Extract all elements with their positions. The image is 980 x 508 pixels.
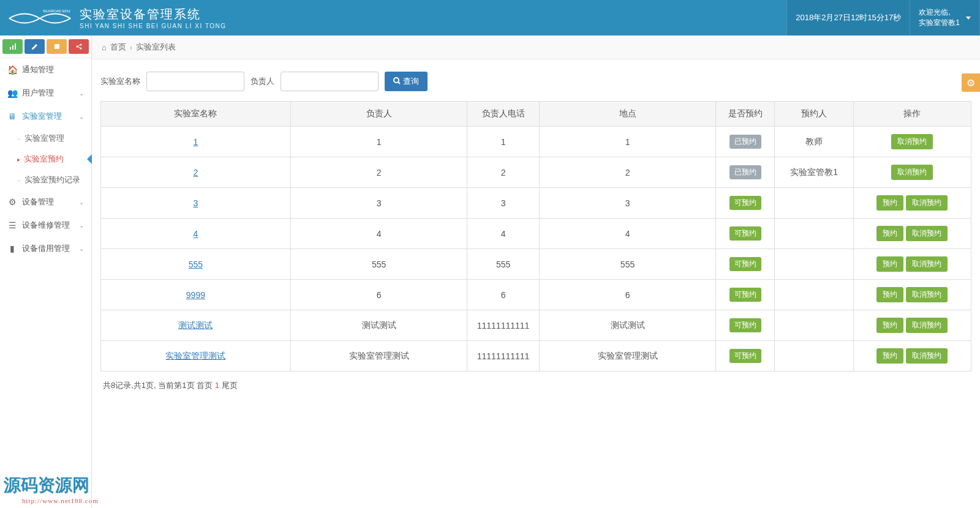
svg-line-11: [398, 82, 400, 84]
reserve-button[interactable]: 预约: [876, 256, 903, 272]
query-button[interactable]: 查询: [385, 72, 428, 91]
nav-item-0[interactable]: 🏠通知管理: [0, 58, 91, 81]
cell-reserver: [775, 249, 853, 280]
quick-share-button[interactable]: [69, 39, 89, 54]
cell-person: 2: [290, 157, 467, 188]
cancel-reserve-button[interactable]: 取消预约: [906, 226, 948, 241]
username-text: 实验室管教1: [919, 18, 960, 28]
filter-label-name: 实验室名称: [100, 76, 140, 87]
table-row: 测试测试 测试测试 11111111111 测试测试 可预约 预约取消预约: [101, 310, 971, 341]
cell-phone: 4: [467, 219, 540, 249]
cell-location: 555: [539, 249, 715, 280]
cancel-reserve-button[interactable]: 取消预约: [891, 165, 933, 180]
nav-item-3[interactable]: ⚙设备管理⌄: [0, 190, 91, 214]
chevron-down-icon: ⌄: [79, 222, 84, 229]
top-header: SILKROAD EDU 实验室设备管理系统 SHI YAN SHI SHE B…: [0, 0, 980, 35]
filter-bar: 实验室名称 负责人 查询: [100, 72, 971, 91]
nav-label: 用户管理: [22, 88, 74, 99]
dash-icon: –: [17, 177, 21, 184]
user-menu[interactable]: 欢迎光临, 实验室管教1: [910, 0, 980, 35]
svg-rect-1: [10, 47, 11, 50]
filter-label-person: 负责人: [251, 76, 274, 87]
nav-label: 设备借用管理: [22, 243, 74, 254]
nav-sub-item-2-2[interactable]: –实验室预约记录: [0, 170, 91, 190]
svg-point-10: [394, 78, 399, 83]
chevron-down-icon: ⌄: [79, 199, 84, 206]
cell-location: 3: [539, 188, 715, 219]
breadcrumb: ⌂ 首页 › 实验室列表: [92, 35, 980, 59]
status-badge: 可预约: [729, 318, 761, 332]
lab-name-link[interactable]: 2: [194, 168, 198, 177]
lab-name-link[interactable]: 555: [189, 260, 203, 269]
settings-gear-button[interactable]: ⚙: [962, 73, 980, 92]
quick-stats-button[interactable]: [2, 39, 23, 54]
nav-icon: ▮: [7, 244, 17, 253]
cell-location: 2: [539, 157, 715, 188]
quick-user-button[interactable]: [47, 39, 67, 54]
lab-name-link[interactable]: 1: [194, 137, 198, 147]
col-header: 预约人: [775, 102, 853, 127]
nav-sub-item-2-0[interactable]: –实验室管理: [0, 128, 91, 149]
cell-phone: 555: [467, 249, 540, 280]
reserve-button[interactable]: 预约: [876, 287, 903, 302]
status-badge: 可预约: [729, 196, 761, 210]
nav-sub-item-2-1[interactable]: ▸实验室预约: [0, 149, 91, 170]
lab-name-link[interactable]: 3: [194, 198, 198, 208]
nav-label: 实验室管理: [22, 111, 74, 122]
main-content: ⌂ 首页 › 实验室列表 ⚙ 实验室名称 负责人 查询: [92, 35, 980, 508]
cell-reserver: 实验室管教1: [775, 157, 853, 188]
breadcrumb-current: 实验室列表: [136, 42, 176, 53]
search-icon: [393, 77, 401, 86]
quick-edit-button[interactable]: [24, 39, 45, 54]
reserve-button[interactable]: 预约: [876, 348, 903, 364]
quick-buttons: [0, 35, 91, 58]
chevron-down-icon: ⌄: [79, 113, 84, 120]
reserve-button[interactable]: 预约: [876, 226, 903, 241]
status-badge: 可预约: [729, 349, 761, 363]
nav-label: 设备维修管理: [22, 220, 74, 231]
nav-item-2[interactable]: 🖥实验室管理⌄: [0, 105, 91, 128]
cancel-reserve-button[interactable]: 取消预约: [906, 256, 948, 272]
nav-item-5[interactable]: ▮设备借用管理⌄: [0, 237, 91, 260]
cell-location: 测试测试: [539, 310, 715, 341]
cell-phone: 11111111111: [467, 341, 540, 372]
welcome-text: 欢迎光临,: [919, 7, 960, 18]
status-badge: 已预约: [729, 165, 761, 179]
reserve-button[interactable]: 预约: [876, 195, 903, 211]
cancel-reserve-button[interactable]: 取消预约: [906, 287, 948, 302]
header-datetime: 2018年2月27日12时15分17秒: [786, 0, 910, 35]
dash-icon: –: [17, 135, 21, 142]
nav-item-1[interactable]: 👥用户管理⌄: [0, 81, 91, 105]
nav-label: 通知管理: [22, 64, 84, 75]
cancel-reserve-button[interactable]: 取消预约: [906, 195, 948, 211]
cancel-reserve-button[interactable]: 取消预约: [906, 348, 948, 364]
cancel-reserve-button[interactable]: 取消预约: [891, 134, 933, 149]
cell-location: 实验室管理测试: [539, 341, 715, 372]
lab-name-link[interactable]: 4: [194, 229, 198, 239]
reserve-button[interactable]: 预约: [876, 318, 903, 333]
col-header: 是否预约: [716, 102, 775, 127]
nav-item-4[interactable]: ☰设备维修管理⌄: [0, 214, 91, 237]
col-header: 实验室名称: [101, 102, 291, 127]
breadcrumb-home[interactable]: 首页: [110, 42, 126, 53]
nav-icon: 🏠: [7, 65, 17, 75]
nav-icon: 👥: [7, 88, 17, 98]
cell-phone: 6: [467, 280, 540, 310]
cancel-reserve-button[interactable]: 取消预约: [906, 318, 948, 333]
svg-line-8: [77, 45, 81, 47]
lab-name-link[interactable]: 测试测试: [178, 320, 213, 330]
col-header: 负责人: [290, 102, 467, 127]
person-input[interactable]: [281, 72, 379, 91]
cell-location: 1: [539, 127, 715, 157]
lab-table: 实验室名称负责人负责人电话地点是否预约预约人操作 1 1 1 1 已预约 教师 …: [100, 101, 971, 372]
svg-text:SILKROAD EDU: SILKROAD EDU: [43, 9, 70, 13]
lab-name-input[interactable]: [146, 72, 244, 91]
svg-line-9: [77, 47, 81, 48]
cell-person: 6: [290, 280, 467, 310]
status-badge: 可预约: [729, 288, 761, 302]
nav-icon: 🖥: [7, 111, 17, 121]
dash-icon: ▸: [17, 156, 20, 163]
lab-name-link[interactable]: 实验室管理测试: [165, 351, 225, 360]
lab-name-link[interactable]: 9999: [186, 290, 205, 300]
cell-reserver: [775, 219, 853, 249]
